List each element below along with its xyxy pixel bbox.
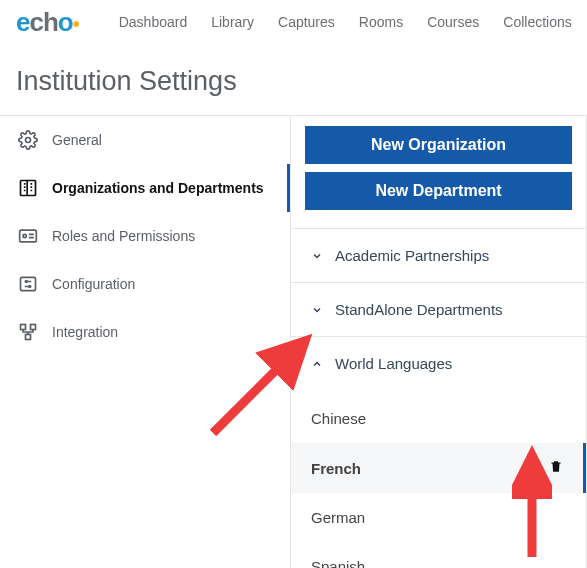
org-header-standalone[interactable]: StandAlone Departments — [291, 283, 586, 336]
id-card-icon — [18, 226, 38, 246]
nav-rooms[interactable]: Rooms — [359, 14, 403, 30]
chevron-down-icon — [311, 304, 323, 316]
dept-row[interactable]: German — [291, 493, 586, 542]
dept-label: German — [311, 509, 365, 526]
org-header-academic-partnerships[interactable]: Academic Partnerships — [291, 229, 586, 282]
chevron-down-icon — [311, 250, 323, 262]
dept-label: Chinese — [311, 410, 366, 427]
sidebar-item-general[interactable]: General — [0, 116, 290, 164]
nav-captures[interactable]: Captures — [278, 14, 335, 30]
gear-icon — [18, 130, 38, 150]
sidebar-item-label: Integration — [52, 324, 118, 340]
dept-row[interactable]: Spanish — [291, 542, 586, 568]
org-label: StandAlone Departments — [335, 301, 503, 318]
svg-rect-9 — [26, 335, 31, 340]
new-organization-button[interactable]: New Organization — [305, 126, 572, 164]
edit-icon[interactable] — [520, 459, 535, 477]
svg-point-5 — [26, 281, 28, 283]
nav-library[interactable]: Library — [211, 14, 254, 30]
nav-dashboard[interactable]: Dashboard — [119, 14, 188, 30]
svg-rect-7 — [21, 325, 26, 330]
dept-label: French — [311, 460, 361, 477]
org-label: Academic Partnerships — [335, 247, 489, 264]
org-label: World Languages — [335, 355, 452, 372]
sidebar-item-label: General — [52, 132, 102, 148]
page-title: Institution Settings — [0, 44, 587, 115]
logo[interactable]: echo• — [16, 7, 79, 38]
sidebar-item-configuration[interactable]: Configuration — [0, 260, 290, 308]
nav-courses[interactable]: Courses — [427, 14, 479, 30]
svg-rect-8 — [31, 325, 36, 330]
new-department-button[interactable]: New Department — [305, 172, 572, 210]
dept-row[interactable]: Chinese — [291, 394, 586, 443]
sliders-icon — [18, 274, 38, 294]
top-nav: Dashboard Library Captures Rooms Courses… — [119, 14, 572, 30]
connection-icon — [18, 322, 38, 342]
svg-rect-2 — [20, 230, 37, 242]
svg-point-3 — [23, 234, 26, 237]
settings-sidebar: General Organizations and Departments Ro… — [0, 116, 290, 568]
org-panel: New Organization New Department Academic… — [290, 116, 587, 568]
sidebar-item-integration[interactable]: Integration — [0, 308, 290, 356]
dept-label: Spanish — [311, 558, 365, 568]
sidebar-item-label: Organizations and Departments — [52, 180, 264, 196]
trash-icon[interactable] — [549, 459, 563, 477]
dept-row[interactable]: French — [291, 443, 586, 493]
sidebar-item-label: Roles and Permissions — [52, 228, 195, 244]
chevron-up-icon — [311, 358, 323, 370]
org-header-world-languages[interactable]: World Languages — [291, 337, 586, 390]
sidebar-item-roles[interactable]: Roles and Permissions — [0, 212, 290, 260]
sidebar-item-label: Configuration — [52, 276, 135, 292]
svg-point-6 — [29, 286, 31, 288]
building-icon — [18, 178, 38, 198]
nav-collections[interactable]: Collections — [503, 14, 571, 30]
svg-point-0 — [26, 138, 31, 143]
svg-rect-4 — [21, 277, 36, 290]
sidebar-item-organizations[interactable]: Organizations and Departments — [0, 164, 290, 212]
